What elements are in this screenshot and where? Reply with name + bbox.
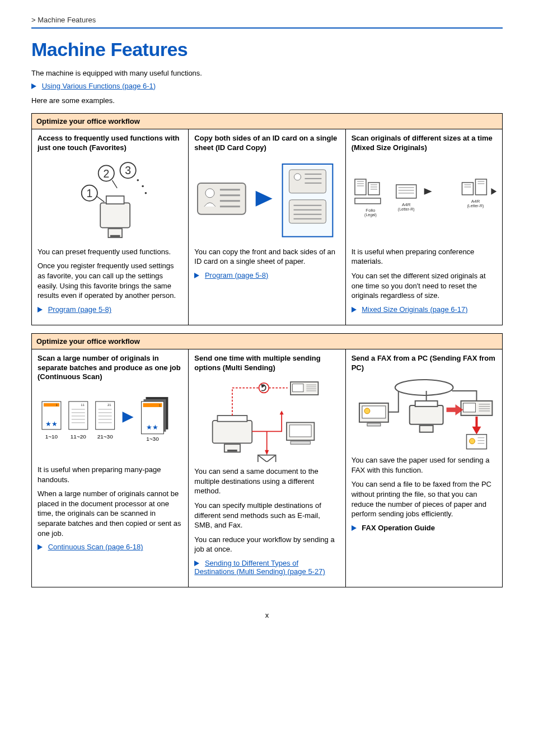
svg-rect-91 (227, 450, 237, 452)
svg-text:(Legal): (Legal) (364, 213, 377, 217)
favorites-icon: 1 2 3 (51, 158, 170, 242)
desc-p3: You can reduce your workflow by sending … (194, 535, 339, 554)
feature-box-2: Optimize your office workflow Scan a lar… (31, 333, 503, 587)
continuous-scan-icon: 1 ★★ 11 21 (38, 390, 182, 458)
svg-rect-103 (290, 425, 312, 437)
svg-marker-78 (123, 412, 134, 423)
feature-title: Send one time with multiple sending opti… (194, 354, 339, 373)
feature-title: Copy both sides of an ID card on a singl… (194, 134, 339, 153)
svg-text:11: 11 (81, 403, 85, 407)
svg-marker-50 (424, 188, 432, 195)
arrow-right-icon (194, 561, 199, 566)
svg-rect-2 (110, 235, 120, 237)
svg-rect-64 (69, 402, 88, 430)
arrow-right-icon (352, 307, 357, 312)
svg-rect-28 (289, 200, 326, 223)
link-using-various-functions[interactable]: Using Various Functions (page 6-1) (42, 82, 156, 90)
feature-desc: You can send a same document to the mult… (194, 466, 339, 575)
svg-rect-71 (96, 402, 115, 430)
svg-point-107 (395, 380, 453, 395)
multi-sending-icon (203, 378, 331, 462)
feature-desc: It is useful when preparing conference m… (352, 247, 496, 314)
svg-marker-59 (491, 188, 496, 195)
svg-rect-96 (293, 384, 303, 392)
svg-marker-122 (472, 426, 481, 434)
svg-text:(Letter-R): (Letter-R) (397, 207, 414, 212)
svg-text:2: 2 (103, 167, 109, 179)
svg-rect-114 (415, 400, 437, 406)
feature-continuous-scan: Scan a large number of originals in sepa… (32, 349, 189, 587)
svg-marker-101 (280, 411, 284, 415)
svg-rect-44 (396, 185, 416, 198)
desc-p1: It is useful when preparing many-page ha… (38, 465, 182, 484)
svg-rect-0 (100, 203, 130, 227)
svg-point-14 (144, 192, 147, 194)
svg-rect-89 (213, 421, 252, 444)
svg-rect-113 (419, 425, 433, 432)
svg-rect-51 (462, 183, 473, 195)
feature-box-1: Optimize your office workflow Access to … (31, 113, 503, 325)
svg-text:1~10: 1~10 (45, 433, 58, 440)
page-number: x (31, 611, 503, 619)
feature-box-2-header: Optimize your office workflow (32, 333, 503, 349)
svg-marker-21 (256, 191, 273, 207)
desc-p1: You can preset frequently used functions… (38, 247, 182, 257)
link-continuous-scan[interactable]: Continuous Scan (page 6-18) (48, 543, 143, 551)
page-container: > Machine Features Machine Features The … (0, 0, 534, 642)
svg-rect-34 (368, 183, 380, 195)
svg-point-110 (364, 408, 370, 413)
svg-point-93 (259, 383, 269, 393)
link-program-1[interactable]: Program (page 5-8) (48, 305, 111, 314)
link-program-2[interactable]: Program (page 5-8) (205, 271, 268, 279)
feature-desc: You can copy the front and back sides of… (194, 247, 339, 279)
id-card-illustration (194, 158, 339, 242)
svg-text:(Letter-R): (Letter-R) (467, 204, 484, 208)
feature-box-1-header: Optimize your office workflow (32, 114, 503, 129)
mixed-size-illustration: Folio (Legal) A4R (Letter-R) (352, 158, 496, 242)
feature-desc: It is useful when preparing many-page ha… (38, 465, 182, 551)
svg-rect-104 (291, 441, 310, 444)
svg-marker-105 (265, 450, 269, 455)
svg-point-12 (137, 179, 139, 181)
svg-text:Folio: Folio (366, 208, 376, 213)
svg-rect-35 (355, 198, 381, 204)
svg-text:1: 1 (86, 187, 92, 199)
arrow-right-icon (352, 525, 357, 531)
top-crossref: Using Various Functions (page 6-1) (31, 82, 503, 90)
favorites-illustration: 1 2 3 (38, 158, 182, 242)
desc-p1: You can copy the front and back sides of… (194, 247, 339, 267)
feature-mixed-size: Scan originals of different sizes at a t… (345, 129, 502, 325)
svg-line-11 (112, 180, 117, 188)
svg-rect-92 (218, 416, 247, 422)
arrow-right-icon (38, 544, 43, 550)
desc-p2: You can send a file to be faxed from the… (352, 479, 496, 519)
content-rule (31, 27, 503, 29)
feature-id-card-copy: Copy both sides of an ID card on a singl… (189, 129, 345, 325)
svg-rect-116 (463, 403, 475, 412)
continuous-scan-illustration: 1 ★★ 11 21 (38, 388, 182, 460)
desc-p2: When a large number of originals cannot … (38, 489, 182, 538)
mixed-size-icon: Folio (Legal) A4R (Letter-R) (352, 167, 496, 234)
feature-title: Scan originals of different sizes at a t… (352, 134, 496, 153)
link-mixed-size[interactable]: Mixed Size Originals (page 6-17) (362, 305, 467, 314)
page-title: Machine Features (31, 39, 503, 60)
svg-rect-111 (367, 423, 381, 426)
desc-p1: It is useful when preparing conference m… (352, 247, 496, 267)
arrow-right-icon (38, 307, 43, 312)
feature-title: Send a FAX from a PC (Sending FAX from P… (352, 354, 496, 373)
svg-text:21: 21 (107, 403, 111, 407)
fax-guide-ref: FAX Operation Guide (362, 524, 435, 532)
svg-point-16 (205, 189, 214, 198)
id-card-copy-icon (194, 158, 339, 242)
feature-title: Access to frequently used functions with… (38, 134, 182, 153)
feature-multi-sending: Send one time with multiple sending opti… (189, 349, 345, 587)
svg-text:11~20: 11~20 (71, 433, 86, 440)
svg-rect-3 (106, 196, 124, 204)
svg-text:A4R: A4R (402, 202, 411, 207)
intro-text-2: Here are some examples. (31, 96, 503, 106)
svg-point-13 (142, 185, 144, 188)
feature-title: Scan a large number of originals in sepa… (38, 354, 182, 382)
svg-rect-15 (198, 183, 246, 214)
link-multi-sending[interactable]: Sending to Different Types of Destinatio… (194, 559, 325, 576)
desc-p2: You can specify multiple destinations of… (194, 501, 339, 530)
